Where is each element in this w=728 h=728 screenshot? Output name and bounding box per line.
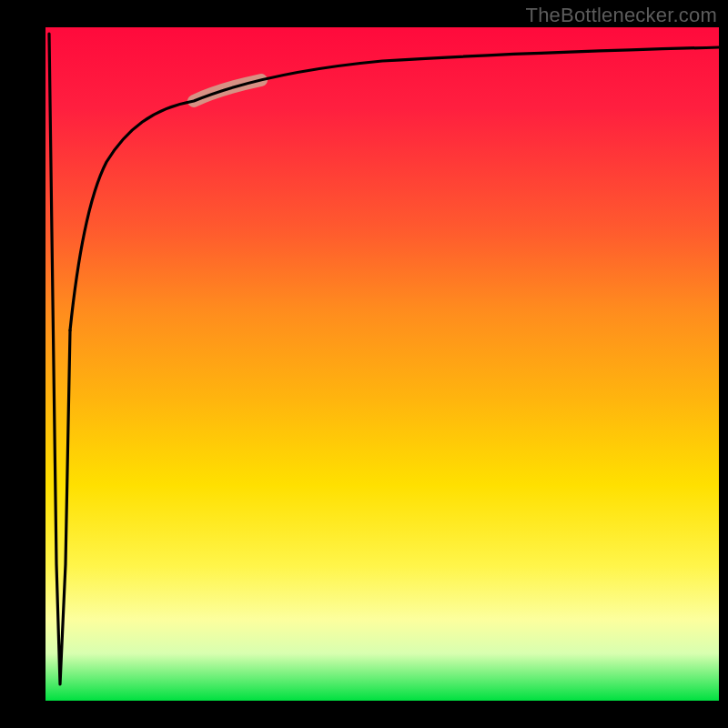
chart-curve-layer (46, 27, 719, 701)
chart-frame: TheBottlenecker.com (0, 0, 728, 728)
chart-plot-area (46, 27, 719, 701)
attribution-text: TheBottlenecker.com (526, 4, 717, 27)
chart-main-curve (70, 47, 719, 330)
chart-spike (49, 34, 70, 684)
